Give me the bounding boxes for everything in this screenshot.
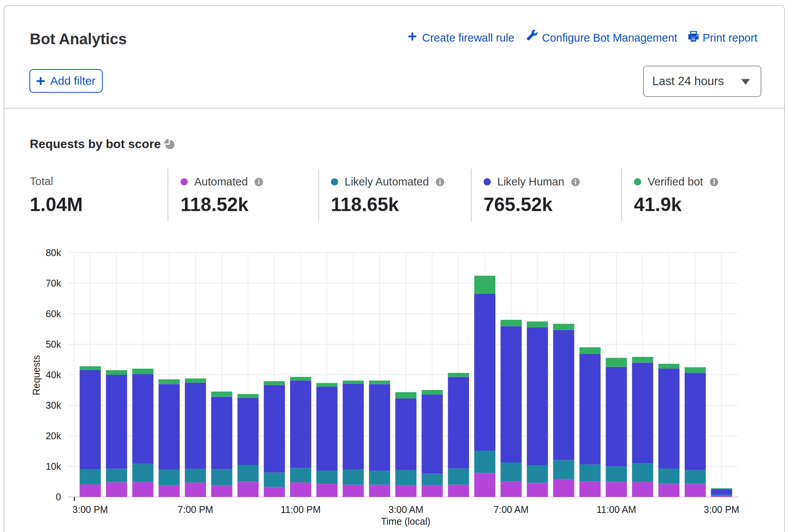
svg-text:11:00 AM: 11:00 AM: [597, 504, 636, 515]
svg-text:3:00 PM: 3:00 PM: [704, 504, 739, 515]
svg-text:80k: 80k: [46, 247, 61, 258]
svg-text:Requests: Requests: [31, 355, 42, 395]
svg-text:7:00 AM: 7:00 AM: [493, 504, 529, 515]
svg-text:3:00 PM: 3:00 PM: [73, 504, 108, 515]
svg-text:Time (local): Time (local): [381, 516, 430, 527]
svg-text:10k: 10k: [46, 461, 61, 472]
svg-text:7:00 PM: 7:00 PM: [178, 504, 213, 515]
svg-text:11:00 PM: 11:00 PM: [281, 504, 321, 515]
svg-text:50k: 50k: [46, 339, 61, 350]
svg-text:20k: 20k: [46, 430, 61, 441]
svg-text:0: 0: [56, 492, 61, 502]
svg-text:70k: 70k: [46, 278, 61, 289]
svg-text:60k: 60k: [46, 308, 61, 319]
svg-text:3:00 AM: 3:00 AM: [389, 504, 424, 515]
svg-text:40k: 40k: [46, 369, 61, 380]
svg-text:30k: 30k: [46, 400, 61, 411]
